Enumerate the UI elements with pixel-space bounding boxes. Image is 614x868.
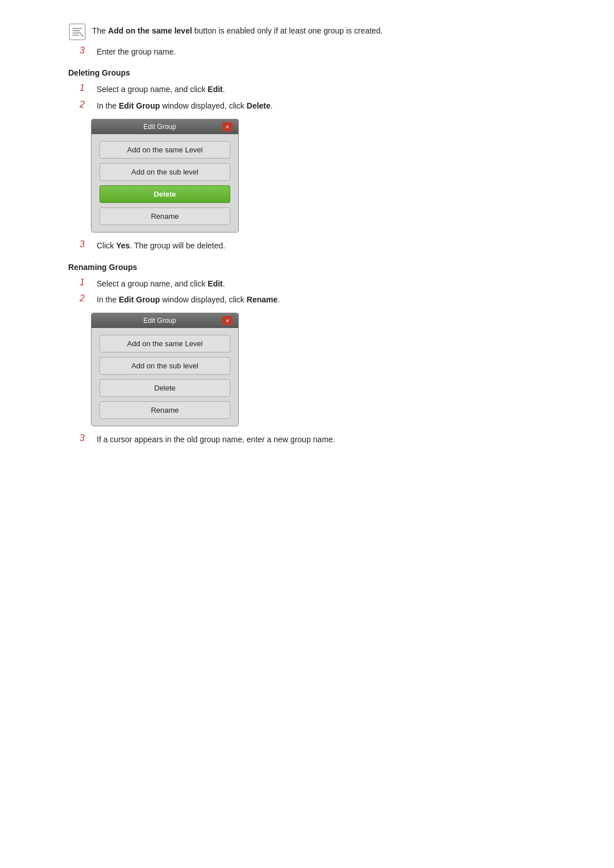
- delete-dialog-title: Edit Group: [97, 123, 222, 131]
- rename-dialog-title: Edit Group: [97, 317, 222, 325]
- delete-dialog-wrapper: Edit Group × Add on the same Level Add o…: [91, 119, 546, 232]
- delete-dialog-btn-rename[interactable]: Rename: [99, 207, 230, 225]
- renaming-step3-num: 3: [80, 433, 89, 443]
- delete-dialog-close-btn[interactable]: ×: [222, 122, 233, 131]
- note-text: The Add on the same level button is enab…: [92, 23, 383, 37]
- renaming-step2: 2 In the Edit Group window displayed, cl…: [80, 293, 546, 306]
- deleting-step1-num: 1: [80, 83, 89, 93]
- deleting-step1-text: Select a group name, and click Edit.: [97, 83, 225, 95]
- rename-dialog-body: Add on the same Level Add on the sub lev…: [92, 328, 238, 426]
- deleting-step1: 1 Select a group name, and click Edit.: [80, 83, 546, 95]
- renaming-step3-text: If a cursor appears in the old group nam…: [97, 433, 335, 446]
- deleting-step2-action: Delete: [247, 101, 271, 110]
- step-enter-text: Enter the group name.: [97, 45, 176, 58]
- note-row: The Add on the same level button is enab…: [68, 23, 546, 41]
- deleting-step2-text: In the Edit Group window displayed, clic…: [97, 99, 273, 112]
- rename-dialog-box: Edit Group × Add on the same Level Add o…: [91, 313, 239, 426]
- delete-dialog-btn-same-level[interactable]: Add on the same Level: [99, 141, 230, 159]
- delete-dialog-body: Add on the same Level Add on the sub lev…: [92, 134, 238, 232]
- renaming-step1-text: Select a group name, and click Edit.: [97, 277, 225, 290]
- renaming-step3: 3 If a cursor appears in the old group n…: [80, 433, 546, 446]
- deleting-step2-num: 2: [80, 99, 89, 110]
- renaming-step1: 1 Select a group name, and click Edit.: [80, 277, 546, 290]
- note-bold: Add on the same level: [108, 26, 192, 35]
- deleting-step2-bold: Edit Group: [119, 101, 160, 110]
- deleting-step2: 2 In the Edit Group window displayed, cl…: [80, 99, 546, 112]
- renaming-step2-text: In the Edit Group window displayed, clic…: [97, 293, 280, 306]
- renaming-heading: Renaming Groups: [68, 263, 546, 272]
- step-num-3a: 3: [80, 45, 89, 56]
- rename-dialog-btn-sub-level[interactable]: Add on the sub level: [99, 357, 230, 375]
- rename-dialog-titlebar: Edit Group ×: [92, 313, 238, 328]
- renaming-step1-num: 1: [80, 277, 89, 288]
- svg-point-1: [81, 35, 82, 36]
- renaming-step2-num: 2: [80, 293, 89, 304]
- rename-dialog-wrapper: Edit Group × Add on the same Level Add o…: [91, 313, 546, 426]
- delete-dialog-box: Edit Group × Add on the same Level Add o…: [91, 119, 239, 232]
- deleting-step3-num: 3: [80, 239, 89, 250]
- step-enter-group: 3 Enter the group name.: [80, 45, 546, 58]
- renaming-step2-action: Rename: [247, 295, 277, 304]
- rename-dialog-btn-same-level[interactable]: Add on the same Level: [99, 335, 230, 352]
- deleting-step3-text: Click Yes. The group will be deleted.: [97, 239, 225, 252]
- delete-dialog-btn-delete[interactable]: Delete: [99, 185, 230, 203]
- deleting-heading: Deleting Groups: [68, 68, 546, 77]
- note-icon: [68, 23, 86, 41]
- renaming-step2-bold: Edit Group: [119, 295, 160, 304]
- rename-dialog-btn-rename[interactable]: Rename: [99, 401, 230, 419]
- rename-dialog-btn-delete[interactable]: Delete: [99, 379, 230, 397]
- deleting-step3-bold: Yes: [116, 241, 130, 250]
- delete-dialog-titlebar: Edit Group ×: [92, 119, 238, 134]
- delete-dialog-btn-sub-level[interactable]: Add on the sub level: [99, 163, 230, 181]
- renaming-step1-bold: Edit: [208, 279, 222, 288]
- note-text-after: button is enabled only if at least one g…: [192, 26, 383, 35]
- deleting-step3: 3 Click Yes. The group will be deleted.: [80, 239, 546, 252]
- deleting-step1-bold: Edit: [208, 85, 222, 94]
- rename-dialog-close-btn[interactable]: ×: [222, 316, 233, 325]
- svg-rect-0: [69, 24, 85, 40]
